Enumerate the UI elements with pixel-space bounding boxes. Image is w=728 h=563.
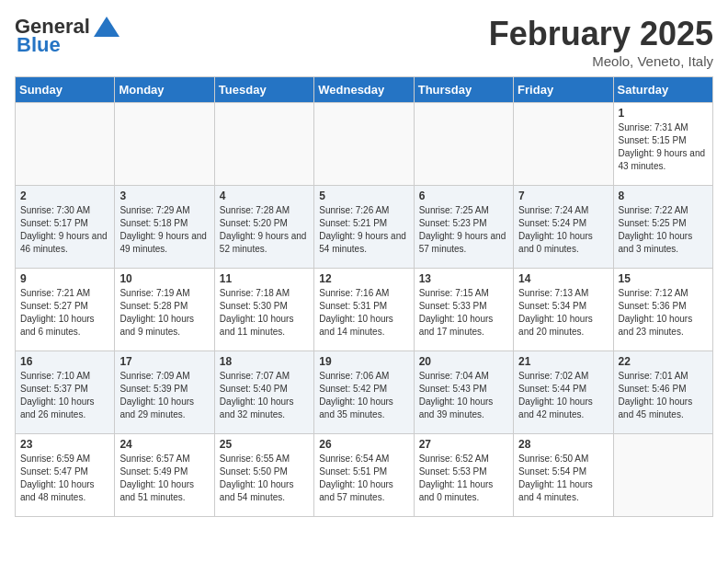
- calendar-day-cell: 12Sunrise: 7:16 AM Sunset: 5:31 PM Dayli…: [314, 269, 414, 351]
- calendar-day-cell: 16Sunrise: 7:10 AM Sunset: 5:37 PM Dayli…: [16, 351, 115, 434]
- day-info: Sunrise: 7:06 AM Sunset: 5:42 PM Dayligh…: [319, 370, 408, 421]
- day-number: 28: [518, 438, 608, 451]
- calendar-day-cell: 15Sunrise: 7:12 AM Sunset: 5:36 PM Dayli…: [613, 269, 712, 351]
- calendar-day-header: Sunday: [16, 77, 115, 103]
- day-info: Sunrise: 7:30 AM Sunset: 5:17 PM Dayligh…: [20, 204, 109, 256]
- day-number: 2: [20, 190, 109, 202]
- day-info: Sunrise: 7:26 AM Sunset: 5:21 PM Dayligh…: [319, 204, 408, 256]
- calendar-header-row: SundayMondayTuesdayWednesdayThursdayFrid…: [16, 77, 713, 103]
- day-info: Sunrise: 7:28 AM Sunset: 5:20 PM Dayligh…: [220, 204, 309, 256]
- day-info: Sunrise: 7:22 AM Sunset: 5:25 PM Dayligh…: [619, 204, 708, 256]
- calendar-day-cell: 2Sunrise: 7:30 AM Sunset: 5:17 PM Daylig…: [16, 186, 115, 269]
- day-info: Sunrise: 7:29 AM Sunset: 5:18 PM Dayligh…: [119, 204, 209, 256]
- calendar-day-cell: [314, 103, 414, 186]
- page-header: General Blue February 2025 Meolo, Veneto…: [15, 15, 713, 69]
- calendar-week-row: 9Sunrise: 7:21 AM Sunset: 5:27 PM Daylig…: [16, 269, 713, 351]
- calendar-day-cell: 18Sunrise: 7:07 AM Sunset: 5:40 PM Dayli…: [214, 351, 313, 434]
- day-info: Sunrise: 7:25 AM Sunset: 5:23 PM Dayligh…: [419, 204, 508, 256]
- calendar-day-cell: [514, 103, 613, 186]
- day-info: Sunrise: 7:04 AM Sunset: 5:43 PM Dayligh…: [419, 370, 508, 421]
- day-info: Sunrise: 7:10 AM Sunset: 5:37 PM Dayligh…: [20, 370, 109, 421]
- calendar-day-header: Wednesday: [314, 77, 414, 103]
- day-number: 5: [319, 190, 408, 202]
- calendar-day-header: Monday: [115, 77, 214, 103]
- day-info: Sunrise: 7:15 AM Sunset: 5:33 PM Dayligh…: [419, 287, 508, 339]
- day-number: 9: [20, 272, 109, 285]
- day-info: Sunrise: 7:31 AM Sunset: 5:15 PM Dayligh…: [619, 121, 708, 173]
- calendar-day-cell: 6Sunrise: 7:25 AM Sunset: 5:23 PM Daylig…: [414, 186, 513, 269]
- calendar-day-cell: [613, 434, 712, 517]
- calendar-day-cell: 11Sunrise: 7:18 AM Sunset: 5:30 PM Dayli…: [214, 269, 313, 351]
- calendar-day-cell: 28Sunrise: 6:50 AM Sunset: 5:54 PM Dayli…: [514, 434, 613, 517]
- day-number: 19: [319, 355, 408, 368]
- day-info: Sunrise: 6:57 AM Sunset: 5:49 PM Dayligh…: [119, 453, 209, 504]
- day-number: 12: [319, 272, 408, 285]
- calendar-day-cell: 26Sunrise: 6:54 AM Sunset: 5:51 PM Dayli…: [314, 434, 414, 517]
- day-info: Sunrise: 7:07 AM Sunset: 5:40 PM Dayligh…: [220, 370, 309, 421]
- calendar-day-cell: [214, 103, 313, 186]
- day-number: 11: [220, 272, 309, 285]
- day-info: Sunrise: 6:50 AM Sunset: 5:54 PM Dayligh…: [518, 453, 608, 504]
- day-number: 10: [119, 272, 209, 285]
- calendar-day-cell: [115, 103, 214, 186]
- calendar-day-header: Friday: [514, 77, 613, 103]
- calendar-day-cell: [16, 103, 115, 186]
- day-number: 13: [419, 272, 508, 285]
- calendar-day-cell: 1Sunrise: 7:31 AM Sunset: 5:15 PM Daylig…: [613, 103, 712, 186]
- day-number: 16: [20, 355, 109, 368]
- calendar-day-cell: 5Sunrise: 7:26 AM Sunset: 5:21 PM Daylig…: [314, 186, 414, 269]
- day-info: Sunrise: 6:55 AM Sunset: 5:50 PM Dayligh…: [220, 453, 309, 504]
- calendar-day-cell: 10Sunrise: 7:19 AM Sunset: 5:28 PM Dayli…: [115, 269, 214, 351]
- day-number: 1: [619, 107, 708, 120]
- day-number: 8: [619, 190, 708, 202]
- location: Meolo, Veneto, Italy: [489, 53, 713, 69]
- calendar-day-cell: 14Sunrise: 7:13 AM Sunset: 5:34 PM Dayli…: [514, 269, 613, 351]
- calendar-day-cell: 19Sunrise: 7:06 AM Sunset: 5:42 PM Dayli…: [314, 351, 414, 434]
- day-info: Sunrise: 7:19 AM Sunset: 5:28 PM Dayligh…: [119, 287, 209, 339]
- calendar-week-row: 16Sunrise: 7:10 AM Sunset: 5:37 PM Dayli…: [16, 351, 713, 434]
- day-info: Sunrise: 7:21 AM Sunset: 5:27 PM Dayligh…: [20, 287, 109, 339]
- calendar-day-cell: 8Sunrise: 7:22 AM Sunset: 5:25 PM Daylig…: [613, 186, 712, 269]
- calendar-day-header: Saturday: [613, 77, 712, 103]
- svg-marker-0: [94, 17, 119, 37]
- month-title: February 2025: [489, 15, 713, 53]
- day-info: Sunrise: 7:24 AM Sunset: 5:24 PM Dayligh…: [518, 204, 608, 256]
- title-section: February 2025 Meolo, Veneto, Italy: [489, 15, 713, 69]
- calendar-week-row: 23Sunrise: 6:59 AM Sunset: 5:47 PM Dayli…: [16, 434, 713, 517]
- calendar-day-cell: 25Sunrise: 6:55 AM Sunset: 5:50 PM Dayli…: [214, 434, 313, 517]
- day-info: Sunrise: 6:54 AM Sunset: 5:51 PM Dayligh…: [319, 453, 408, 504]
- logo-blue: Blue: [15, 33, 61, 57]
- day-number: 26: [319, 438, 408, 451]
- day-info: Sunrise: 7:13 AM Sunset: 5:34 PM Dayligh…: [518, 287, 608, 339]
- day-number: 21: [518, 355, 608, 368]
- calendar-day-cell: 23Sunrise: 6:59 AM Sunset: 5:47 PM Dayli…: [16, 434, 115, 517]
- day-info: Sunrise: 6:59 AM Sunset: 5:47 PM Dayligh…: [20, 453, 109, 504]
- calendar-day-cell: 13Sunrise: 7:15 AM Sunset: 5:33 PM Dayli…: [414, 269, 513, 351]
- calendar-day-cell: 24Sunrise: 6:57 AM Sunset: 5:49 PM Dayli…: [115, 434, 214, 517]
- day-number: 17: [119, 355, 209, 368]
- calendar-day-cell: 22Sunrise: 7:01 AM Sunset: 5:46 PM Dayli…: [613, 351, 712, 434]
- day-number: 24: [119, 438, 209, 451]
- calendar-day-cell: 17Sunrise: 7:09 AM Sunset: 5:39 PM Dayli…: [115, 351, 214, 434]
- calendar-day-cell: 27Sunrise: 6:52 AM Sunset: 5:53 PM Dayli…: [414, 434, 513, 517]
- day-number: 20: [419, 355, 508, 368]
- calendar-table: SundayMondayTuesdayWednesdayThursdayFrid…: [15, 76, 713, 517]
- day-number: 27: [419, 438, 508, 451]
- calendar-day-cell: 7Sunrise: 7:24 AM Sunset: 5:24 PM Daylig…: [514, 186, 613, 269]
- day-number: 4: [220, 190, 309, 202]
- calendar-day-cell: [414, 103, 513, 186]
- day-number: 23: [20, 438, 109, 451]
- calendar-day-header: Thursday: [414, 77, 513, 103]
- calendar-day-cell: 3Sunrise: 7:29 AM Sunset: 5:18 PM Daylig…: [115, 186, 214, 269]
- day-number: 3: [119, 190, 209, 202]
- day-info: Sunrise: 7:18 AM Sunset: 5:30 PM Dayligh…: [220, 287, 309, 339]
- day-number: 6: [419, 190, 508, 202]
- logo: General Blue: [15, 15, 119, 57]
- day-number: 25: [220, 438, 309, 451]
- day-number: 18: [220, 355, 309, 368]
- day-number: 15: [619, 272, 708, 285]
- day-number: 7: [518, 190, 608, 202]
- day-info: Sunrise: 7:16 AM Sunset: 5:31 PM Dayligh…: [319, 287, 408, 339]
- calendar-day-cell: 9Sunrise: 7:21 AM Sunset: 5:27 PM Daylig…: [16, 269, 115, 351]
- calendar-day-header: Tuesday: [214, 77, 313, 103]
